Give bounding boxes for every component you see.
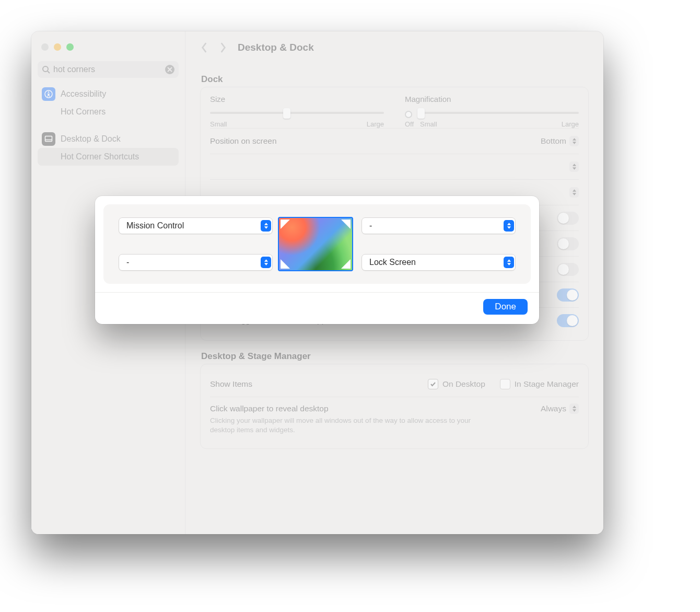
done-button[interactable]: Done [483, 299, 528, 315]
chevron-up-down-icon [504, 220, 514, 232]
chevron-up-down-icon [504, 257, 514, 268]
system-settings-window: Accessibility Hot Corners Desktop & Dock… [31, 31, 603, 534]
corner-indicator-bl [281, 259, 290, 269]
hot-corners-preview [278, 217, 353, 271]
hot-corners-modal: Mission Control - [95, 196, 539, 324]
hot-corner-top-left[interactable]: Mission Control [119, 217, 273, 234]
corner-indicator-tl [281, 220, 290, 229]
chevron-up-down-icon [261, 220, 271, 232]
hot-corner-bottom-right[interactable]: Lock Screen [361, 254, 516, 271]
hot-corner-top-right[interactable]: - [361, 217, 516, 234]
hot-corner-bottom-left[interactable]: - [119, 254, 273, 271]
chevron-up-down-icon [261, 257, 271, 268]
corner-indicator-tr [341, 220, 351, 229]
corner-indicator-br [341, 259, 351, 269]
